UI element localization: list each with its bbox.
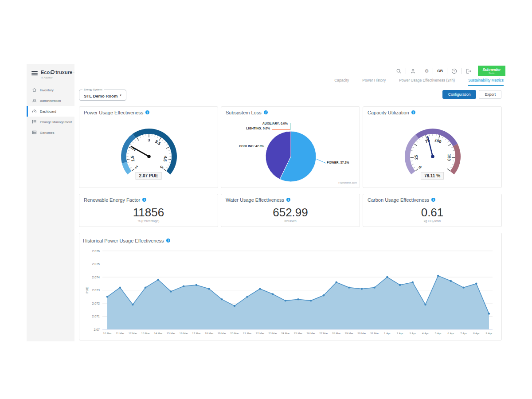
x-tick-label: 13.Mar: [141, 332, 149, 335]
change-management-icon: [32, 119, 37, 125]
gauge-tick-label: 4.5: [163, 156, 168, 162]
x-tick-label: 25.Mar: [294, 332, 302, 335]
sidebar-item-change-management[interactable]: Change Management: [27, 117, 74, 127]
card-water-usage-effectiveness: Water Usage Effectivenessi 652.99 liter/…: [221, 194, 360, 227]
export-button[interactable]: Export: [479, 90, 501, 99]
info-icon[interactable]: i: [286, 197, 290, 203]
data-point-marker: [399, 284, 401, 286]
user-icon[interactable]: [406, 68, 420, 74]
card-renewable-energy-factor: Renewable Energy Factori 11856 % (Percen…: [79, 194, 218, 227]
card-title: Renewable Energy Factor: [84, 197, 140, 203]
data-point-marker: [196, 284, 197, 286]
x-tick-label: 17.Mar: [192, 332, 200, 335]
search-icon[interactable]: [392, 68, 406, 74]
locale-selector[interactable]: GB: [433, 69, 447, 73]
y-tick-label: 2.07: [94, 328, 100, 331]
x-tick-label: 9.Apr: [486, 332, 493, 335]
data-point-marker: [208, 288, 210, 289]
y-tick-label: 2.071: [92, 315, 100, 318]
sidebar-item-genomes[interactable]: Genomes: [27, 127, 74, 138]
data-point-marker: [272, 293, 274, 295]
tab-sustainability-metrics[interactable]: Sustainability Metrics: [468, 78, 504, 86]
x-tick-label: 18.Mar: [205, 332, 213, 335]
y-tick-label: 2.072: [92, 302, 100, 305]
x-tick-label: 26.Mar: [307, 332, 315, 335]
x-tick-label: 12.Mar: [129, 332, 137, 335]
logout-icon[interactable]: [462, 68, 475, 74]
sidebar-item-inventory[interactable]: Inventory: [27, 85, 74, 95]
settings-gear-icon[interactable]: ⚙: [420, 68, 433, 74]
tab-capacity[interactable]: Capacity: [334, 78, 349, 86]
life-loop-icon: [50, 70, 55, 75]
card-power-usage-effectiveness: Power Usage Effectivenessi 11.5233.54.55…: [79, 106, 218, 188]
x-tick-label: 7.Apr: [460, 332, 467, 335]
energy-system-select[interactable]: Energy System: STL Demo Room ▼: [79, 90, 126, 101]
help-icon[interactable]: ?: [447, 68, 461, 74]
stat-value: 11856: [79, 206, 218, 219]
configuration-button[interactable]: Configuration: [442, 90, 477, 99]
info-icon[interactable]: i: [142, 197, 146, 203]
app-window: Eco truxure ™ IT Advisor Inventory Admin…: [27, 64, 505, 341]
brand-rest: truxure: [55, 70, 72, 75]
pie-label-lighting: LIGHTING: 0.0%: [246, 127, 270, 130]
x-tick-label: 15.Mar: [167, 332, 175, 335]
info-icon[interactable]: i: [431, 197, 435, 203]
x-tick-label: 16.Mar: [180, 332, 188, 335]
gauge-tick-label: 150: [447, 154, 452, 161]
chevron-down-icon: ▼: [119, 94, 122, 97]
tab-power-usage-effectiveness-24h[interactable]: Power Usage Effectiveness (24h): [399, 78, 455, 86]
data-point-marker: [221, 298, 223, 300]
pie-label-power: POWER: 57.2%: [327, 161, 349, 164]
svg-text:i: i: [288, 198, 289, 201]
gauge-tick-label: 1.5: [129, 155, 135, 162]
hamburger-menu-icon[interactable]: [31, 70, 38, 78]
card-carbon-usage-effectiveness: Carbon Usage Effectivenessi 0.61 kg CO₂/…: [363, 194, 502, 227]
x-tick-label: 27.Mar: [319, 332, 328, 335]
y-tick-label: 2.075: [92, 262, 100, 266]
x-tick-label: 3.Apr: [409, 332, 416, 335]
stat-unit: liter/kWh: [221, 219, 360, 223]
x-tick-label: 1.Apr: [384, 332, 391, 335]
data-point-marker: [285, 300, 286, 301]
data-point-marker: [323, 294, 325, 296]
sidebar-item-label: Administration: [40, 99, 61, 103]
schneider-wordmark: Schneider: [482, 68, 501, 72]
x-tick-label: 2.Apr: [397, 332, 403, 335]
energy-system-value: STL Demo Room: [84, 94, 117, 98]
dashboard-icon: [32, 109, 37, 114]
x-tick-label: 8.Apr: [473, 332, 480, 335]
card-subsystem-loss: Subsystem Lossi AUXILIARY: 0.0% LIGHTING…: [221, 106, 360, 188]
data-point-marker: [310, 300, 312, 301]
x-tick-label: 23.Mar: [268, 332, 277, 335]
stat-value: 0.61: [363, 206, 501, 219]
sidebar-item-administration[interactable]: Administration: [27, 95, 74, 106]
highcharts-credit[interactable]: Highcharts.com: [338, 181, 357, 184]
data-point-marker: [488, 313, 490, 314]
energy-system-label: Energy System:: [82, 88, 104, 91]
x-tick-label: 21.Mar: [243, 332, 251, 335]
tab-power-history[interactable]: Power History: [362, 78, 386, 86]
sidebar-item-dashboard[interactable]: Dashboard: [27, 106, 74, 117]
data-point-marker: [462, 286, 464, 288]
data-point-marker: [157, 279, 159, 281]
svg-text:?: ?: [454, 69, 455, 72]
card-title: Carbon Usage Effectiveness: [368, 197, 429, 203]
data-point-marker: [119, 286, 121, 288]
data-point-marker: [297, 298, 299, 300]
capacity-gauge-value-badge: 78.11 %: [421, 172, 444, 180]
gauge-hub: [147, 155, 151, 158]
data-point-marker: [475, 283, 477, 285]
data-point-marker: [450, 280, 452, 282]
gauge-tick-label: 3: [148, 137, 150, 142]
x-tick-label: 30.Mar: [357, 332, 366, 335]
x-tick-label: 6.Apr: [448, 332, 454, 335]
data-point-marker: [361, 288, 363, 289]
pie-label-cooling: COOLING: 42.8%: [239, 145, 264, 148]
ecostruxure-logo: Eco truxure ™ IT Advisor: [41, 70, 74, 79]
data-point-marker: [348, 286, 350, 288]
stat-value: 652.99: [221, 206, 360, 219]
svg-text:i: i: [144, 198, 145, 201]
x-tick-label: 24.Mar: [281, 332, 289, 335]
pue-gauge-value-badge: 2.07 PUE: [136, 172, 162, 180]
schneider-electric-logo[interactable]: Schneider Electric: [478, 66, 505, 76]
